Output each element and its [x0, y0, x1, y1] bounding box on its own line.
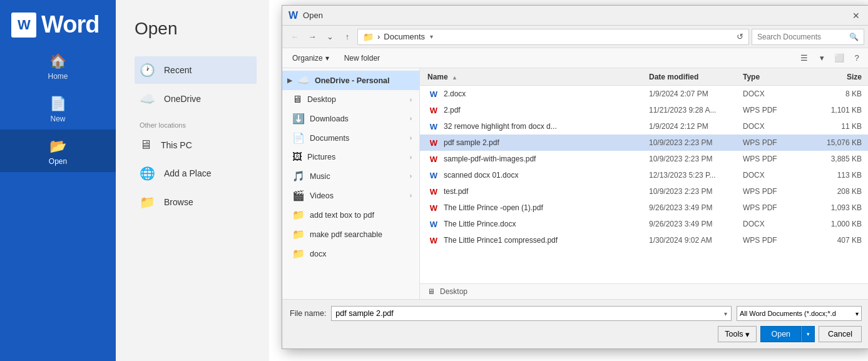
address-bar[interactable]: 📁 › Documents ▾ ↺	[357, 29, 749, 45]
expand-arrow-icon: ▶	[287, 77, 292, 84]
open-button-main[interactable]: Open	[760, 326, 801, 342]
file-icon-docx: W	[427, 120, 440, 133]
organize-button[interactable]: Organize ▾	[287, 52, 334, 64]
nav-downloads[interactable]: ⬇️ Downloads ›	[282, 109, 419, 128]
table-row[interactable]: W 32 remove highlight from docx d... 1/9…	[420, 118, 868, 135]
open-button[interactable]: Open ▾	[760, 326, 815, 342]
desktop-nav-icon: 🖥	[292, 94, 302, 105]
nav-desktop[interactable]: 🖥 Desktop ›	[282, 90, 419, 109]
file-type: DOCX	[743, 89, 805, 98]
view-chevron-button[interactable]: ▾	[814, 51, 829, 66]
help-button[interactable]: ?	[849, 51, 864, 66]
search-bar[interactable]: 🔍	[752, 29, 864, 45]
tools-chevron-icon: ▾	[745, 330, 750, 339]
sidebar-item-open-label: Open	[49, 157, 67, 166]
file-type: DOCX	[743, 122, 805, 131]
word-sidebar: W Word 🏠 Home 📄 New 📂 Open	[0, 0, 116, 361]
downloads-nav-icon: ⬇️	[292, 113, 305, 125]
col-header-type[interactable]: Type	[743, 73, 805, 81]
open-label: Open	[771, 330, 790, 338]
filename-input[interactable]	[335, 309, 722, 318]
nav-videos[interactable]: 🎬 Videos ›	[282, 186, 419, 205]
file-name: scanned docx 01.docx	[444, 171, 649, 180]
view-options-button[interactable]: ☰	[797, 51, 812, 66]
table-row[interactable]: W sample-pdf-with-images.pdf 10/9/2023 2…	[420, 151, 868, 167]
location-this-pc[interactable]: 🖥 This PC	[135, 131, 257, 158]
col-header-size[interactable]: Size	[805, 73, 862, 81]
filename-dropdown-icon[interactable]: ▾	[724, 310, 727, 317]
recent-locations-button[interactable]: ⌄	[322, 29, 337, 44]
nav-onedrive-personal[interactable]: ▶ ☁️ OneDrive - Personal	[282, 71, 419, 90]
location-recent[interactable]: 🕐 Recent	[135, 56, 257, 84]
cancel-button[interactable]: Cancel	[819, 326, 862, 342]
nav-pictures[interactable]: 🖼 Pictures ›	[282, 148, 419, 166]
nav-make-pdf[interactable]: 📁 make pdf searchable	[282, 225, 419, 244]
tools-button[interactable]: Tools ▾	[718, 326, 757, 342]
table-row[interactable]: W test.pdf 10/9/2023 2:23 PM WPS PDF 208…	[420, 183, 868, 200]
file-name: The Little Prince1 compressed.pdf	[444, 236, 649, 245]
sidebar-item-open[interactable]: 📂 Open	[0, 130, 116, 172]
sidebar-item-new[interactable]: 📄 New	[0, 87, 116, 130]
location-pc-label: This PC	[161, 140, 192, 150]
preview-pane-button[interactable]: ⬜	[832, 51, 847, 66]
sidebar-item-home[interactable]: 🏠 Home	[0, 44, 116, 87]
nav-documents[interactable]: 📄 Documents ›	[282, 128, 419, 148]
file-icon-pdf: W	[427, 136, 440, 149]
table-row[interactable]: W The Little Prince -open (1).pdf 9/26/2…	[420, 200, 868, 216]
address-folder-icon: 📁	[363, 32, 374, 42]
open-title: Open	[135, 19, 257, 39]
table-row[interactable]: W 2.docx 1/9/2024 2:07 PM DOCX 8 KB	[420, 86, 868, 102]
table-row[interactable]: W scanned docx 01.docx 12/13/2023 5:23 P…	[420, 167, 868, 183]
col-header-date[interactable]: Date modified	[649, 73, 743, 81]
file-icon-pdf: W	[427, 153, 440, 165]
footer-buttons: Tools ▾ Open ▾ Cancel	[290, 326, 862, 342]
table-row[interactable]: W The Little Prince.docx 9/26/2023 3:49 …	[420, 216, 868, 232]
back-button[interactable]: ←	[287, 29, 302, 44]
table-row[interactable]: W 2.pdf 11/21/2023 9:28 A... WPS PDF 1,1…	[420, 102, 868, 118]
nav-pictures-label: Pictures	[307, 153, 335, 161]
docx-folder-nav-icon: 📁	[292, 248, 305, 260]
file-size: 407 KB	[805, 236, 862, 245]
location-add-place[interactable]: 🌐 Add a Place	[135, 160, 257, 187]
dialog-word-icon: W	[288, 10, 298, 21]
location-browse-label: Browse	[164, 197, 193, 207]
file-list-header: Name ▲ Date modified Type Size	[420, 68, 868, 86]
file-type: DOCX	[743, 220, 805, 228]
dialog-title: Open	[303, 11, 844, 20]
open-dropdown-button[interactable]: ▾	[801, 326, 815, 342]
col-header-name[interactable]: Name ▲	[427, 73, 649, 81]
col-size-label: Size	[847, 73, 862, 81]
dialog-footer: File name: ▾ All Word Documents (*.docx;…	[282, 299, 868, 348]
search-input[interactable]	[757, 33, 845, 41]
file-type: DOCX	[743, 171, 805, 180]
file-name: 2.docx	[444, 89, 649, 98]
table-row[interactable]: W The Little Prince1 compressed.pdf 1/30…	[420, 232, 868, 248]
forward-button[interactable]: →	[305, 29, 320, 44]
file-size: 113 KB	[805, 171, 862, 180]
location-onedrive[interactable]: ☁️ OneDrive	[135, 85, 257, 113]
nav-music[interactable]: 🎵 Music ›	[282, 166, 419, 186]
refresh-icon[interactable]: ↺	[737, 32, 743, 41]
file-icon-pdf: W	[427, 234, 440, 247]
word-logo: W Word	[0, 0, 116, 44]
documents-nav-icon: 📄	[292, 132, 305, 144]
sidebar-item-home-label: Home	[48, 72, 68, 81]
dialog-overlay: W Open ✕ ← → ⌄ ↑ 📁 › Documents ▾ ↺ 🔍	[269, 0, 868, 361]
table-row[interactable]: W pdf sample 2.pdf 10/9/2023 2:23 PM WPS…	[420, 135, 868, 151]
new-folder-button[interactable]: New folder	[339, 52, 385, 64]
file-icon-pdf: W	[427, 104, 440, 116]
nav-add-text-box[interactable]: 📁 add text box to pdf	[282, 205, 419, 225]
pictures-nav-icon: 🖼	[292, 151, 302, 163]
nav-desktop-label: Desktop	[307, 95, 336, 104]
word-logo-icon: W	[11, 13, 36, 38]
nav-docx-folder[interactable]: 📁 docx	[282, 244, 419, 263]
up-button[interactable]: ↑	[340, 29, 355, 44]
location-browse[interactable]: 📁 Browse	[135, 188, 257, 216]
filetype-select[interactable]: All Word Documents (*.docx;*.d ▾	[737, 306, 862, 321]
file-date: 1/30/2024 9:02 AM	[649, 236, 743, 245]
add-text-box-nav-icon: 📁	[292, 209, 305, 221]
nav-music-label: Music	[310, 172, 330, 181]
dialog-close-button[interactable]: ✕	[849, 9, 863, 23]
home-icon: 🏠	[49, 53, 66, 69]
file-icon-pdf: W	[427, 185, 440, 198]
